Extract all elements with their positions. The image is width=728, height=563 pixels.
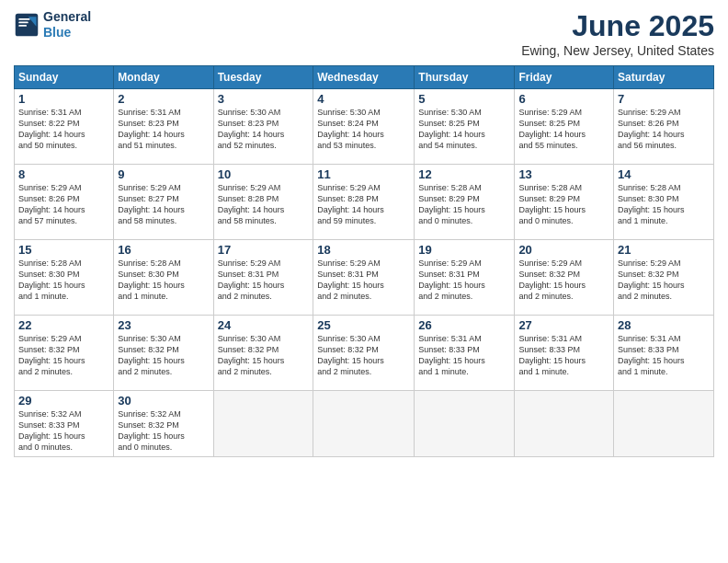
day-2: 2 Sunrise: 5:31 AMSunset: 8:23 PMDayligh…: [114, 89, 213, 165]
day-29: 29 Sunrise: 5:32 AMSunset: 8:33 PMDaylig…: [15, 391, 114, 457]
table-row: 1 Sunrise: 5:31 AMSunset: 8:22 PMDayligh…: [15, 89, 714, 165]
day-30: 30 Sunrise: 5:32 AMSunset: 8:32 PMDaylig…: [114, 391, 213, 457]
empty-cell: [515, 391, 614, 457]
month-title: June 2025: [521, 9, 714, 43]
day-23: 23 Sunrise: 5:30 AMSunset: 8:32 PMDaylig…: [114, 316, 213, 391]
header-saturday: Saturday: [614, 66, 714, 89]
day-25: 25 Sunrise: 5:30 AMSunset: 8:32 PMDaylig…: [313, 316, 415, 391]
logo-text: General Blue: [43, 9, 91, 40]
day-28: 28 Sunrise: 5:31 AMSunset: 8:33 PMDaylig…: [614, 316, 714, 391]
header-friday: Friday: [515, 66, 614, 89]
day-18: 18 Sunrise: 5:29 AMSunset: 8:31 PMDaylig…: [313, 240, 415, 316]
empty-cell: [213, 391, 313, 457]
day-19: 19 Sunrise: 5:29 AMSunset: 8:31 PMDaylig…: [415, 240, 515, 316]
header-thursday: Thursday: [415, 66, 515, 89]
svg-rect-2: [18, 18, 29, 20]
header: General Blue June 2025 Ewing, New Jersey…: [14, 9, 714, 58]
table-row: 15 Sunrise: 5:28 AMSunset: 8:30 PMDaylig…: [15, 240, 714, 316]
day-21: 21 Sunrise: 5:29 AMSunset: 8:32 PMDaylig…: [614, 240, 714, 316]
day-20: 20 Sunrise: 5:29 AMSunset: 8:32 PMDaylig…: [515, 240, 614, 316]
svg-rect-3: [18, 21, 28, 23]
logo-icon: [14, 12, 40, 38]
header-wednesday: Wednesday: [313, 66, 415, 89]
day-10: 10 Sunrise: 5:29 AMSunset: 8:28 PMDaylig…: [213, 165, 313, 240]
empty-cell: [415, 391, 515, 457]
day-12: 12 Sunrise: 5:28 AMSunset: 8:29 PMDaylig…: [415, 165, 515, 240]
table-row: 8 Sunrise: 5:29 AMSunset: 8:26 PMDayligh…: [15, 165, 714, 240]
page: General Blue June 2025 Ewing, New Jersey…: [0, 0, 728, 563]
logo-line2: Blue: [43, 25, 91, 40]
header-monday: Monday: [114, 66, 213, 89]
day-5: 5 Sunrise: 5:30 AMSunset: 8:25 PMDayligh…: [415, 89, 515, 165]
logo-line1: General: [43, 9, 91, 25]
day-4: 4 Sunrise: 5:30 AMSunset: 8:24 PMDayligh…: [313, 89, 415, 165]
day-13: 13 Sunrise: 5:28 AMSunset: 8:29 PMDaylig…: [515, 165, 614, 240]
day-26: 26 Sunrise: 5:31 AMSunset: 8:33 PMDaylig…: [415, 316, 515, 391]
day-16: 16 Sunrise: 5:28 AMSunset: 8:30 PMDaylig…: [114, 240, 213, 316]
day-9: 9 Sunrise: 5:29 AMSunset: 8:27 PMDayligh…: [114, 165, 213, 240]
empty-cell: [614, 391, 714, 457]
day-11: 11 Sunrise: 5:29 AMSunset: 8:28 PMDaylig…: [313, 165, 415, 240]
day-3: 3 Sunrise: 5:30 AMSunset: 8:23 PMDayligh…: [213, 89, 313, 165]
day-27: 27 Sunrise: 5:31 AMSunset: 8:33 PMDaylig…: [515, 316, 614, 391]
table-row: 29 Sunrise: 5:32 AMSunset: 8:33 PMDaylig…: [15, 391, 714, 457]
svg-rect-4: [18, 25, 27, 27]
weekday-header-row: Sunday Monday Tuesday Wednesday Thursday…: [15, 66, 714, 89]
calendar: Sunday Monday Tuesday Wednesday Thursday…: [14, 65, 714, 457]
day-7: 7 Sunrise: 5:29 AMSunset: 8:26 PMDayligh…: [614, 89, 714, 165]
location: Ewing, New Jersey, United States: [521, 43, 714, 58]
table-row: 22 Sunrise: 5:29 AMSunset: 8:32 PMDaylig…: [15, 316, 714, 391]
day-1: 1 Sunrise: 5:31 AMSunset: 8:22 PMDayligh…: [15, 89, 114, 165]
header-sunday: Sunday: [15, 66, 114, 89]
day-22: 22 Sunrise: 5:29 AMSunset: 8:32 PMDaylig…: [15, 316, 114, 391]
day-24: 24 Sunrise: 5:30 AMSunset: 8:32 PMDaylig…: [213, 316, 313, 391]
empty-cell: [313, 391, 415, 457]
title-block: June 2025 Ewing, New Jersey, United Stat…: [521, 9, 714, 58]
day-14: 14 Sunrise: 5:28 AMSunset: 8:30 PMDaylig…: [614, 165, 714, 240]
day-15: 15 Sunrise: 5:28 AMSunset: 8:30 PMDaylig…: [15, 240, 114, 316]
day-17: 17 Sunrise: 5:29 AMSunset: 8:31 PMDaylig…: [213, 240, 313, 316]
day-8: 8 Sunrise: 5:29 AMSunset: 8:26 PMDayligh…: [15, 165, 114, 240]
header-tuesday: Tuesday: [213, 66, 313, 89]
day-6: 6 Sunrise: 5:29 AMSunset: 8:25 PMDayligh…: [515, 89, 614, 165]
logo: General Blue: [14, 9, 91, 40]
